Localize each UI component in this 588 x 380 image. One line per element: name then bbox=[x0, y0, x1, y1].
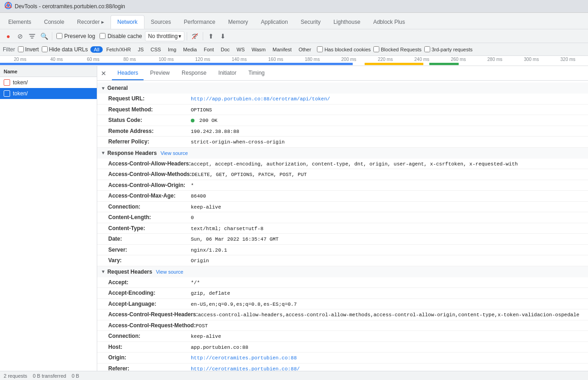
preserve-log-input[interactable] bbox=[56, 33, 62, 39]
request-icon-error bbox=[4, 79, 10, 86]
response-header-row-2: Access-Control-Allow-Origin:* bbox=[97, 180, 588, 191]
response-headers-view-source[interactable]: View source bbox=[161, 150, 188, 156]
referrer-policy-row: Referrer Policy: strict-origin-when-cros… bbox=[97, 137, 588, 148]
resp-key-4: Connection: bbox=[108, 203, 191, 211]
tl-220: 220 ms bbox=[367, 57, 404, 62]
tab-performance[interactable]: Performance bbox=[178, 15, 222, 29]
request-url-key: Request URL: bbox=[108, 94, 191, 103]
status-code-row: Status Code: 200 OK bbox=[97, 115, 588, 126]
main-area: Name token/ token/ ✕ Headers Preview Res… bbox=[0, 66, 588, 371]
resp-key-7: Date: bbox=[108, 235, 191, 243]
resp-val-8: nginx/1.20.1 bbox=[191, 247, 227, 254]
tab-elements[interactable]: Elements bbox=[2, 15, 38, 29]
tab-network[interactable]: Network bbox=[111, 15, 144, 29]
request-method-key: Request Method: bbox=[108, 105, 191, 114]
throttling-dropdown[interactable]: No throttling ▾ bbox=[145, 31, 185, 41]
response-headers-section-header[interactable]: ▼ Response Headers View source bbox=[97, 148, 588, 159]
close-detail-button[interactable]: ✕ bbox=[99, 69, 108, 78]
resp-key-9: Vary: bbox=[108, 256, 191, 264]
tab-adblock[interactable]: Adblock Plus bbox=[367, 15, 411, 29]
referrer-policy-value: strict-origin-when-cross-origin bbox=[191, 138, 285, 146]
filter-doc[interactable]: Doc bbox=[217, 46, 233, 53]
tab-preview[interactable]: Preview bbox=[144, 66, 175, 80]
tab-console[interactable]: Console bbox=[38, 15, 71, 29]
resp-val-1: DELETE, GET, OPTIONS, PATCH, POST, PUT bbox=[192, 171, 307, 179]
hide-data-urls-checkbox[interactable]: Hide data URLs bbox=[42, 46, 88, 53]
tl-180: 180 ms bbox=[294, 57, 331, 62]
req-val-8[interactable]: http://cerotramites.portubien.co:88/ bbox=[191, 365, 300, 371]
stop-button[interactable]: ⊘ bbox=[15, 31, 26, 42]
search-button[interactable]: 🔍 bbox=[39, 31, 50, 42]
filter-js[interactable]: JS bbox=[134, 46, 147, 53]
third-party-checkbox[interactable]: 3rd-party requests bbox=[424, 46, 472, 52]
resp-val-9: Origin bbox=[191, 257, 209, 265]
tl-160: 160 ms bbox=[257, 57, 294, 62]
request-headers-view-source[interactable]: View source bbox=[156, 269, 183, 275]
request-header-row-0: Accept:*/* bbox=[97, 277, 588, 288]
separator-3 bbox=[203, 32, 203, 40]
disable-cache-input[interactable] bbox=[100, 33, 105, 39]
request-headers-title: Request Headers bbox=[107, 269, 152, 275]
blocked-requests-checkbox[interactable]: Blocked Requests bbox=[373, 46, 422, 52]
req-key-1: Accept-Encoding: bbox=[108, 289, 191, 297]
req-val-7[interactable]: http://cerotramites.portubien.co:88 bbox=[191, 354, 297, 362]
network-item-0[interactable]: token/ bbox=[0, 77, 97, 88]
filter-img[interactable]: Img bbox=[165, 46, 179, 53]
req-key-7: Origin: bbox=[108, 353, 191, 362]
tl-40: 40 ms bbox=[39, 57, 75, 62]
request-icon-selected bbox=[4, 90, 10, 97]
filter-fetch-xhr[interactable]: Fetch/XHR bbox=[103, 46, 134, 53]
req-val-2: en-US,en;q=0.9,es;q=0.8,es-ES;q=0.7 bbox=[191, 301, 297, 308]
tl-100: 100 ms bbox=[148, 57, 185, 62]
filter-all[interactable]: All bbox=[90, 46, 102, 53]
network-item-1[interactable]: token/ bbox=[0, 88, 97, 99]
tab-memory[interactable]: Memory bbox=[222, 15, 255, 29]
has-blocked-cookies-checkbox[interactable]: Has blocked cookies bbox=[317, 46, 371, 52]
resp-val-7: Sun, 06 Mar 2022 16:35:47 GMT bbox=[191, 236, 278, 243]
tab-response[interactable]: Response bbox=[176, 66, 212, 80]
network-conditions-button[interactable] bbox=[189, 31, 200, 42]
import-button[interactable]: ⬆ bbox=[205, 31, 216, 42]
tab-recorder[interactable]: Recorder ▸ bbox=[71, 15, 111, 29]
request-headers-section-header[interactable]: ▼ Request Headers View source bbox=[97, 266, 588, 277]
tab-application[interactable]: Application bbox=[255, 15, 294, 29]
resp-val-5: 0 bbox=[191, 214, 194, 222]
tab-security[interactable]: Security bbox=[294, 15, 327, 29]
request-method-value: OPTIONS bbox=[191, 106, 212, 114]
status-code-value: 200 OK bbox=[191, 117, 217, 125]
request-url-value[interactable]: http://app.portubien.co:88/cerotram/api/… bbox=[191, 95, 330, 103]
export-button[interactable]: ⬇ bbox=[217, 31, 228, 42]
preserve-log-checkbox[interactable]: Preserve log bbox=[55, 33, 97, 39]
filter-label: Filter bbox=[3, 46, 15, 53]
request-header-row-4: Access-Control-Request-Method:POST bbox=[97, 320, 588, 331]
tab-lighthouse[interactable]: Lighthouse bbox=[327, 15, 367, 29]
tab-timing[interactable]: Timing bbox=[243, 66, 270, 80]
filter-other[interactable]: Other bbox=[295, 46, 315, 53]
network-toolbar: ● ⊘ 🔍 Preserve log Disable cache No thro… bbox=[0, 29, 588, 43]
filter-css[interactable]: CSS bbox=[147, 46, 164, 53]
tl-200: 200 ms bbox=[331, 57, 367, 62]
devtools-tab-bar: Elements Console Recorder ▸ Network Sour… bbox=[0, 13, 588, 29]
tl-80: 80 ms bbox=[111, 57, 148, 62]
filter-font[interactable]: Font bbox=[200, 46, 217, 53]
response-header-row-5: Content-Length:0 bbox=[97, 212, 588, 223]
filter-wasm[interactable]: Wasm bbox=[249, 46, 269, 53]
req-key-5: Connection: bbox=[108, 332, 191, 340]
status-code-key: Status Code: bbox=[108, 116, 191, 124]
disable-cache-checkbox[interactable]: Disable cache bbox=[98, 33, 144, 39]
general-section-header[interactable]: ▼ General bbox=[97, 83, 588, 94]
filter-icon-button[interactable] bbox=[27, 31, 38, 42]
tab-headers[interactable]: Headers bbox=[112, 66, 144, 80]
tl-60: 60 ms bbox=[75, 57, 111, 62]
invert-checkbox[interactable]: Invert bbox=[18, 46, 39, 53]
filter-manifest[interactable]: Manifest bbox=[269, 46, 295, 53]
resp-val-6: text/html; charset=utf-8 bbox=[191, 225, 263, 233]
tab-sources[interactable]: Sources bbox=[144, 15, 178, 29]
filter-media[interactable]: Media bbox=[180, 46, 200, 53]
filter-ws[interactable]: WS bbox=[233, 46, 248, 53]
record-button[interactable]: ● bbox=[3, 31, 14, 42]
resp-key-1: Access-Control-Allow-Methods: bbox=[108, 170, 192, 178]
response-header-row-7: Date:Sun, 06 Mar 2022 16:35:47 GMT bbox=[97, 234, 588, 245]
request-detail-panel: ✕ Headers Preview Response Initiator Tim… bbox=[97, 66, 588, 371]
tab-initiator[interactable]: Initiator bbox=[213, 66, 242, 80]
